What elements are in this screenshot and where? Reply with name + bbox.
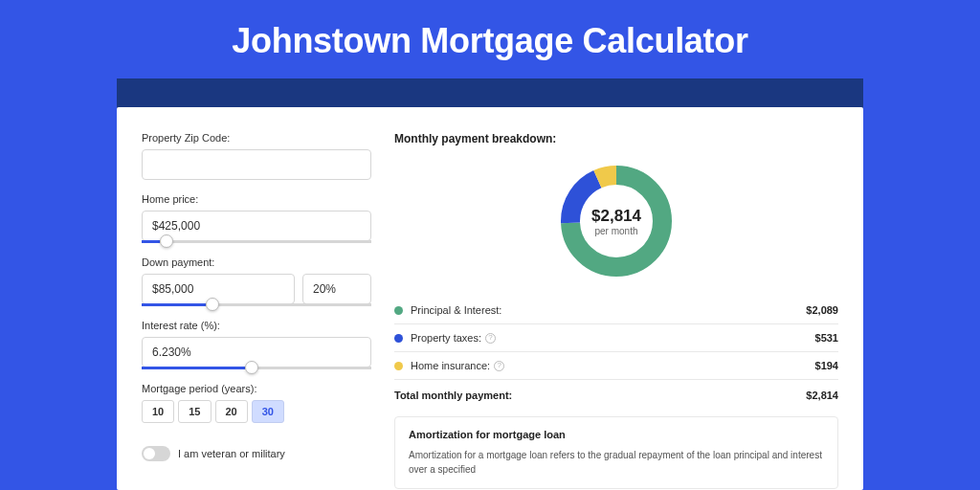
dot-icon: [394, 362, 403, 370]
zip-label: Property Zip Code:: [142, 132, 371, 144]
slider-thumb[interactable]: [160, 234, 173, 248]
slider-thumb[interactable]: [245, 361, 258, 374]
legend-label: Principal & Interest:: [411, 304, 806, 316]
amortization-title: Amortization for mortgage loan: [409, 429, 824, 440]
form-panel: Property Zip Code: Home price: Down paym…: [142, 132, 371, 490]
legend-value: $531: [815, 332, 838, 344]
donut-wrap: $2,814 per month: [394, 155, 838, 297]
donut-amount: $2,814: [591, 207, 641, 226]
interest-group: Interest rate (%):: [142, 320, 371, 369]
home-price-label: Home price:: [142, 193, 371, 205]
down-payment-pct-input[interactable]: [302, 274, 371, 304]
down-payment-label: Down payment:: [142, 256, 371, 268]
breakdown-panel: Monthly payment breakdown: $2,814 per mo…: [394, 132, 838, 490]
down-payment-input[interactable]: [142, 274, 295, 304]
interest-label: Interest rate (%):: [142, 320, 371, 331]
donut-chart: $2,814 per month: [558, 163, 675, 279]
zip-input[interactable]: [142, 149, 371, 180]
interest-slider[interactable]: [142, 367, 371, 369]
period-btn-10[interactable]: 10: [142, 400, 174, 423]
legend-value: $194: [815, 360, 838, 371]
home-price-group: Home price:: [142, 193, 371, 243]
info-icon[interactable]: ?: [485, 333, 496, 344]
period-buttons: 10 15 20 30: [142, 400, 371, 423]
page-title: Johnstown Mortgage Calculator: [0, 0, 980, 78]
breakdown-title: Monthly payment breakdown:: [394, 132, 838, 145]
period-btn-30[interactable]: 30: [252, 400, 284, 423]
period-label: Mortgage period (years):: [142, 383, 371, 394]
amortization-text: Amortization for a mortgage loan refers …: [409, 448, 824, 477]
total-value: $2,814: [806, 390, 838, 401]
total-row: Total monthly payment: $2,814: [394, 380, 838, 416]
veteran-label: I am veteran or military: [178, 448, 285, 459]
donut-sub: per month: [594, 226, 637, 236]
period-group: Mortgage period (years): 10 15 20 30: [142, 383, 371, 423]
veteran-toggle-row: I am veteran or military: [142, 446, 371, 461]
legend-label: Home insurance: ?: [411, 360, 815, 371]
dot-icon: [394, 306, 403, 315]
home-price-slider[interactable]: [142, 240, 371, 243]
slider-thumb[interactable]: [206, 298, 219, 311]
down-payment-slider[interactable]: [142, 303, 371, 306]
zip-field-group: Property Zip Code:: [142, 132, 371, 180]
dot-icon: [394, 334, 403, 343]
amortization-box: Amortization for mortgage loan Amortizat…: [394, 416, 838, 489]
legend-label: Property taxes: ?: [411, 332, 815, 344]
info-icon[interactable]: ?: [494, 361, 504, 371]
calculator-card: Property Zip Code: Home price: Down paym…: [117, 107, 863, 490]
period-btn-20[interactable]: 20: [215, 400, 248, 423]
donut-center: $2,814 per month: [558, 163, 675, 279]
legend-row-principal: Principal & Interest: $2,089: [394, 297, 838, 323]
down-payment-group: Down payment:: [142, 256, 371, 306]
total-label: Total monthly payment:: [394, 390, 806, 401]
veteran-toggle[interactable]: [142, 446, 170, 461]
home-price-input[interactable]: [142, 211, 371, 241]
period-btn-15[interactable]: 15: [178, 400, 211, 423]
legend-row-taxes: Property taxes: ? $531: [394, 324, 838, 351]
legend-row-insurance: Home insurance: ? $194: [394, 352, 838, 379]
legend-value: $2,089: [806, 304, 838, 316]
